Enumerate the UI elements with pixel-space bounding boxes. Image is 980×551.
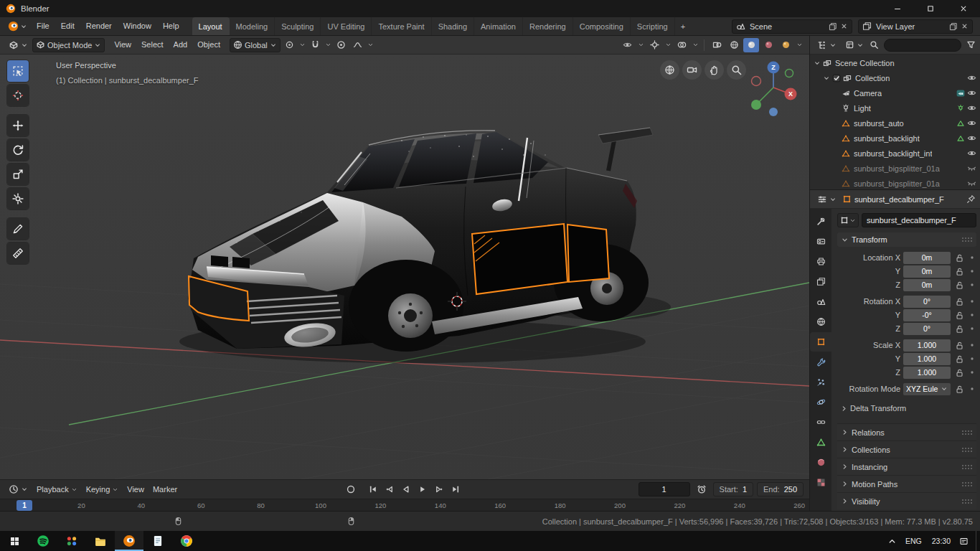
workspace-tab-layout[interactable]: Layout: [192, 17, 230, 35]
close-button[interactable]: [947, 0, 980, 17]
outliner-row[interactable]: Camera: [810, 85, 980, 100]
properties-tab-output[interactable]: [810, 252, 831, 271]
unlink-scene-icon[interactable]: [840, 22, 848, 30]
clock[interactable]: 23:30: [927, 537, 956, 545]
action-center-icon[interactable]: [956, 537, 972, 546]
viewport-menu-view[interactable]: View: [109, 36, 136, 54]
timeline-editor-type-button[interactable]: [6, 482, 31, 496]
prop-edit-icon[interactable]: [334, 38, 349, 52]
timeline-menu-marker[interactable]: Marker: [149, 481, 182, 499]
properties-tab-tool[interactable]: [810, 212, 831, 231]
panel-relations[interactable]: Relations: [837, 423, 976, 441]
properties-tab-world[interactable]: [810, 312, 831, 331]
animate-dot-icon[interactable]: [968, 298, 976, 305]
gizmo-neg-z-axis[interactable]: [769, 108, 778, 116]
editor-type-button[interactable]: [6, 38, 31, 52]
rotate-tool-button[interactable]: [7, 139, 29, 161]
properties-tab-scene[interactable]: [810, 292, 831, 311]
notepad-taskbar-button[interactable]: [143, 531, 172, 551]
object-name-input[interactable]: sunburst_decalbumper_F: [862, 213, 976, 227]
eye-closed-icon[interactable]: [967, 164, 976, 173]
shading-solid-icon[interactable]: [743, 38, 759, 52]
animate-dot-icon[interactable]: [968, 355, 976, 362]
search-input[interactable]: [884, 39, 961, 52]
panel-grip[interactable]: [961, 447, 973, 453]
overlays-icon[interactable]: [674, 38, 689, 52]
search-icon[interactable]: [870, 40, 879, 50]
windows-start-taskbar-button[interactable]: [0, 531, 29, 551]
panel-grip[interactable]: [961, 237, 973, 242]
animate-dot-icon[interactable]: [968, 268, 976, 275]
lock-open-icon[interactable]: [953, 311, 965, 320]
filter-icon[interactable]: [966, 40, 976, 50]
workspace-tab-modeling[interactable]: Modeling: [230, 17, 275, 35]
lock-open-icon[interactable]: [953, 354, 965, 364]
animate-dot-icon[interactable]: [968, 385, 976, 392]
tray-chevron-icon[interactable]: [884, 537, 900, 546]
panel-grip[interactable]: [961, 481, 973, 487]
menu-file[interactable]: File: [31, 17, 55, 35]
outliner-row[interactable]: sunburst_backlight: [810, 131, 980, 146]
eye-open-icon[interactable]: [967, 103, 976, 113]
eye-closed-icon[interactable]: [967, 179, 976, 188]
editor-outliner-icon[interactable]: [814, 38, 839, 52]
annotate-tool-button[interactable]: [7, 218, 29, 240]
shading-rendered-icon[interactable]: [778, 38, 793, 52]
current-frame-field[interactable]: 1: [639, 482, 690, 496]
animate-dot-icon[interactable]: [968, 369, 976, 376]
timeline-menu-playback[interactable]: Playback: [32, 481, 82, 499]
transform-value-field[interactable]: -0°: [903, 309, 951, 321]
outliner-row[interactable]: Collection: [810, 70, 980, 85]
outliner-row[interactable]: sunburst_bigsplitter_01a: [810, 176, 980, 189]
panel-visibility[interactable]: Visibility: [837, 492, 976, 509]
minimize-button[interactable]: [881, 0, 914, 17]
gizmo-y-axis[interactable]: [751, 100, 761, 110]
animate-dot-icon[interactable]: [968, 254, 976, 261]
lock-open-icon[interactable]: [953, 324, 965, 334]
outliner-row[interactable]: sunburst_auto: [810, 116, 980, 131]
viewport-3d[interactable]: User Perspective (1) Collection | sunbur…: [0, 55, 809, 479]
pan-hand-button[interactable]: [705, 60, 724, 80]
animate-dot-icon[interactable]: [968, 311, 976, 319]
viewport-menu-add[interactable]: Add: [169, 36, 193, 54]
panel-grip[interactable]: [961, 499, 973, 504]
end-frame-field[interactable]: End: 250: [757, 482, 804, 496]
chevron-down-icon[interactable]: [298, 38, 307, 52]
lock-icon[interactable]: [953, 385, 965, 394]
blender-app-taskbar-button[interactable]: [115, 531, 143, 551]
new-scene-icon[interactable]: [829, 22, 837, 31]
light-data-badge[interactable]: [956, 104, 965, 113]
playback-sync-button[interactable]: [694, 482, 710, 496]
outliner-row[interactable]: Scene Collection: [810, 55, 980, 70]
jump-start-button[interactable]: [365, 482, 380, 496]
outliner-row[interactable]: sunburst_bigsplitter_01a: [810, 161, 980, 176]
prev-keyframe-button[interactable]: [382, 482, 397, 496]
chevron-down-icon[interactable]: [795, 38, 804, 52]
eye-open-icon[interactable]: [967, 118, 976, 128]
chevron-down-icon[interactable]: [636, 38, 645, 52]
car-model[interactable]: [179, 128, 671, 363]
workspace-tab-texture-paint[interactable]: Texture Paint: [372, 17, 431, 35]
panel-motion-paths[interactable]: Motion Paths: [837, 475, 976, 492]
properties-tab-physics[interactable]: [810, 392, 831, 412]
properties-tab-object[interactable]: [810, 332, 831, 352]
shading-wire-icon[interactable]: [726, 38, 742, 52]
collection-checkbox[interactable]: [832, 74, 841, 83]
transform-value-field[interactable]: 1.000: [903, 339, 951, 352]
shading-material-icon[interactable]: [760, 38, 776, 52]
properties-tab-material[interactable]: [810, 453, 831, 472]
properties-tab-texture[interactable]: [810, 473, 831, 492]
visibility-icon[interactable]: [619, 38, 635, 52]
properties-tab-constraints[interactable]: [810, 413, 831, 432]
properties-tab-modifiers[interactable]: [810, 352, 831, 372]
record-button[interactable]: [343, 482, 358, 496]
display-mode-icon[interactable]: [842, 38, 867, 52]
transform-value-field[interactable]: 0°: [903, 296, 951, 308]
timeline-ruler[interactable]: 1 20406080100120140160180200220240260: [0, 499, 809, 511]
properties-tab-view-layer[interactable]: [810, 272, 831, 291]
panel-grip[interactable]: [961, 464, 973, 470]
lock-open-icon[interactable]: [953, 341, 965, 350]
viewport-canvas[interactable]: [0, 55, 809, 479]
workspace-tab-shading[interactable]: Shading: [432, 17, 474, 35]
new-view-layer-icon[interactable]: [949, 22, 958, 31]
